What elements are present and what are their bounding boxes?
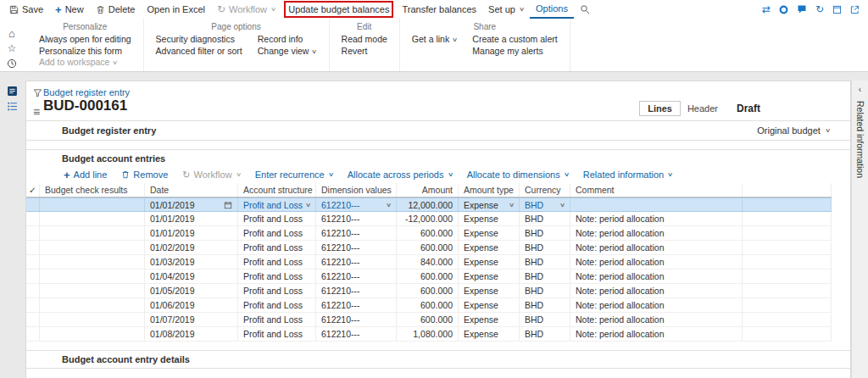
budget-type-dropdown[interactable]: Original budget ∨	[757, 125, 830, 136]
account-structure-cell[interactable]: Profit and Loss∨	[238, 255, 316, 269]
table-row[interactable]: 01/06/2019 Profit and Loss∨ 612210---∨ 6…	[26, 298, 832, 313]
dimension-values-cell[interactable]: 612210---∨	[316, 270, 397, 283]
account-structure-cell[interactable]: Profit and Loss∨	[238, 241, 316, 254]
remove-button[interactable]: Remove	[121, 170, 168, 180]
search-button[interactable]	[574, 0, 596, 19]
always-open-item[interactable]: Always open for editing	[39, 34, 131, 46]
refresh-icon[interactable]: ↻	[815, 3, 824, 15]
table-row[interactable]: 01/01/2019 Profit and Loss∨ 612210---∨ 1…	[26, 197, 832, 212]
currency-cell[interactable]: BHD∨	[520, 226, 570, 240]
related-information-label[interactable]: Related information	[855, 101, 865, 178]
advanced-filter-item[interactable]: Advanced filter or sort	[156, 46, 242, 58]
amount-type-cell[interactable]: Expense∨	[459, 327, 520, 341]
amount-type-cell[interactable]: Expense∨	[459, 313, 520, 326]
home-icon[interactable]: ⌂	[0, 25, 24, 41]
dimension-values-cell[interactable]: 612210---∨	[316, 255, 397, 269]
account-structure-cell[interactable]: Profit and Loss∨	[238, 226, 316, 240]
comment-cell[interactable]: Note: period allocation	[570, 226, 743, 240]
options-tab[interactable]: Options	[530, 0, 574, 19]
amount-cell[interactable]: 600.000	[397, 241, 459, 254]
currency-cell[interactable]: BHD∨	[520, 284, 570, 297]
table-row[interactable]: 01/08/2019 Profit and Loss∨ 612210---∨ 1…	[26, 327, 832, 342]
dimension-values-cell[interactable]: 612210---∨	[316, 284, 397, 297]
amount-cell[interactable]: 600.000	[397, 226, 459, 240]
currency-cell[interactable]: BHD∨	[520, 255, 570, 269]
col-amount-type[interactable]: Amount type	[459, 183, 520, 197]
new-button[interactable]: + New	[49, 0, 90, 19]
breadcrumb[interactable]: Budget register entry	[43, 87, 130, 97]
amount-cell[interactable]: 600.000	[397, 270, 459, 283]
currency-cell[interactable]: BHD∨	[520, 241, 570, 254]
calendar-icon[interactable]	[224, 201, 232, 209]
col-currency[interactable]: Currency	[520, 183, 570, 197]
record-info-item[interactable]: Record info	[258, 34, 317, 46]
table-row[interactable]: 01/01/2019 Profit and Loss∨ 612210---∨ 6…	[26, 226, 832, 241]
open-in-excel-button[interactable]: Open in Excel	[141, 0, 210, 19]
amount-type-cell[interactable]: Expense∨	[459, 298, 520, 312]
save-button[interactable]: Save	[3, 0, 49, 19]
set-up-button[interactable]: Set up ∨	[482, 0, 530, 19]
read-mode-item[interactable]: Read mode	[342, 34, 387, 46]
section-budget-account-entries[interactable]: Budget account entries	[26, 149, 850, 166]
ring-icon[interactable]	[779, 5, 788, 14]
row-select-cell[interactable]	[26, 298, 40, 312]
account-structure-cell[interactable]: Profit and Loss∨	[238, 327, 316, 341]
col-dimension-values[interactable]: Dimension values	[316, 183, 397, 197]
row-select-cell[interactable]	[26, 226, 40, 240]
date-cell[interactable]: 01/08/2019	[145, 327, 238, 341]
allocate-to-dimensions-button[interactable]: Allocate to dimensions∨	[467, 170, 569, 180]
date-cell[interactable]: 01/01/2019	[145, 198, 238, 211]
comment-cell[interactable]: Note: period allocation	[570, 255, 743, 269]
row-select-cell[interactable]	[26, 241, 40, 254]
amount-cell[interactable]: 1,080.000	[397, 327, 459, 341]
amount-type-cell[interactable]: Expense∨	[459, 284, 520, 297]
account-structure-cell[interactable]: Profit and Loss∨	[238, 212, 316, 225]
table-row[interactable]: 01/01/2019 Profit and Loss∨ 612210---∨ -…	[26, 212, 832, 226]
dimension-values-cell[interactable]: 612210---∨	[316, 313, 397, 326]
chevron-down-icon[interactable]: ∨	[386, 202, 392, 208]
amount-type-cell[interactable]: Expense∨	[459, 212, 520, 225]
col-comment[interactable]: Comment	[570, 183, 743, 197]
table-row[interactable]: 01/04/2019 Profit and Loss∨ 612210---∨ 6…	[26, 270, 832, 284]
row-select-cell[interactable]	[26, 270, 40, 283]
amount-type-cell[interactable]: Expense∨	[459, 241, 520, 254]
date-cell[interactable]: 01/01/2019	[145, 226, 238, 240]
date-cell[interactable]: 01/05/2019	[145, 284, 238, 297]
row-select-cell[interactable]	[26, 198, 40, 211]
dimension-values-cell[interactable]: 612210---∨	[316, 298, 397, 312]
filter-funnel-icon[interactable]	[33, 88, 42, 97]
related-information-button[interactable]: Related information∨	[583, 170, 673, 180]
amount-type-cell[interactable]: Expense∨	[459, 198, 520, 211]
revert-item[interactable]: Revert	[342, 46, 387, 58]
task-list-icon[interactable]: ≡	[33, 105, 40, 119]
row-select-cell[interactable]	[26, 212, 40, 225]
recent-clock-icon[interactable]	[0, 56, 24, 71]
row-select-cell[interactable]	[26, 255, 40, 269]
date-cell[interactable]: 01/07/2019	[145, 313, 238, 326]
chevron-down-icon[interactable]: ∨	[559, 202, 565, 208]
allocate-across-periods-button[interactable]: Allocate across periods∨	[348, 170, 453, 180]
amount-type-cell[interactable]: Expense∨	[459, 270, 520, 283]
currency-cell[interactable]: BHD∨	[520, 327, 570, 341]
currency-cell[interactable]: BHD∨	[520, 298, 570, 312]
tab-header[interactable]: Header	[681, 102, 725, 115]
amount-cell[interactable]: 600.000	[397, 298, 459, 312]
amount-cell[interactable]: 12,000.000	[397, 198, 459, 211]
row-select-cell[interactable]	[26, 313, 40, 326]
chevron-down-icon[interactable]: ∨	[509, 202, 515, 208]
add-to-workspace-item[interactable]: Add to workspace∨	[39, 57, 131, 69]
modules-list-icon[interactable]	[0, 98, 24, 114]
select-all-header[interactable]: ✓	[26, 183, 40, 197]
workflow-button[interactable]: ↻ Workflow ∨	[211, 0, 281, 19]
table-row[interactable]: 01/07/2019 Profit and Loss∨ 612210---∨ 6…	[26, 313, 832, 327]
account-structure-cell[interactable]: Profit and Loss∨	[238, 198, 316, 211]
create-custom-alert-item[interactable]: Create a custom alert	[472, 34, 557, 46]
date-cell[interactable]: 01/04/2019	[145, 270, 238, 283]
favorites-star-icon[interactable]: ☆	[0, 41, 24, 56]
get-a-link-item[interactable]: Get a link∨	[412, 34, 457, 46]
comment-cell[interactable]: Note: period allocation	[570, 284, 743, 297]
grid-workflow-button[interactable]: ↻Workflow∨	[182, 170, 240, 181]
account-structure-cell[interactable]: Profit and Loss∨	[238, 284, 316, 297]
section-budget-register-entry[interactable]: Budget register entry Original budget ∨	[26, 120, 850, 141]
col-amount[interactable]: Amount	[397, 183, 459, 197]
